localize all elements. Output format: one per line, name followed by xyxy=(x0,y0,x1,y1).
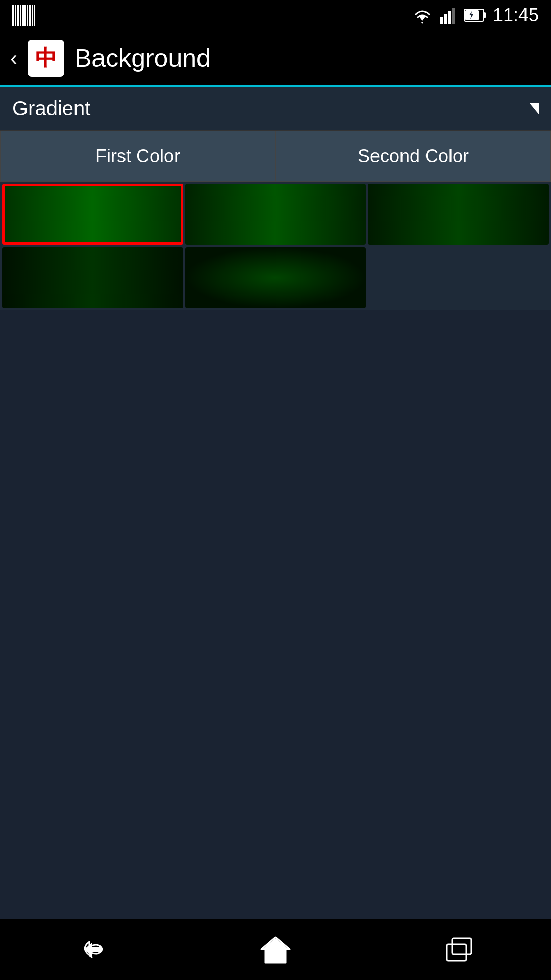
nav-home-button[interactable] xyxy=(255,934,296,965)
svg-rect-9 xyxy=(440,17,443,24)
dropdown-arrow-icon xyxy=(530,103,539,114)
swatch-1[interactable] xyxy=(2,184,183,245)
recents-nav-icon xyxy=(444,936,474,963)
barcode-icon xyxy=(12,5,35,26)
svg-rect-12 xyxy=(452,8,455,24)
svg-rect-10 xyxy=(444,14,447,24)
swatch-2[interactable] xyxy=(185,184,366,245)
gradient-label: Gradient xyxy=(12,97,90,120)
page-title: Background xyxy=(74,43,211,73)
svg-rect-0 xyxy=(12,5,14,26)
svg-rect-16 xyxy=(452,938,471,954)
gradient-selector[interactable]: Gradient xyxy=(0,87,551,131)
svg-rect-4 xyxy=(22,5,26,26)
svg-rect-11 xyxy=(448,11,451,24)
svg-rect-7 xyxy=(32,5,33,26)
tab-buttons: First Color Second Color xyxy=(0,131,551,182)
nav-bar xyxy=(0,919,551,980)
status-bar-right: 11:45 xyxy=(411,5,539,26)
main-content: Gradient First Color Second Color xyxy=(0,87,551,310)
svg-rect-3 xyxy=(20,5,21,26)
second-color-tab[interactable]: Second Color xyxy=(276,131,551,182)
status-bar: 11:45 xyxy=(0,0,551,31)
back-nav-icon xyxy=(74,937,110,962)
swatch-3[interactable] xyxy=(368,184,549,245)
back-button[interactable]: ‹ xyxy=(10,46,17,70)
svg-rect-17 xyxy=(447,944,466,961)
svg-rect-6 xyxy=(29,5,31,26)
first-color-tab[interactable]: First Color xyxy=(0,131,276,182)
nav-back-button[interactable] xyxy=(71,934,112,965)
nav-recents-button[interactable] xyxy=(439,934,480,965)
status-time: 11:45 xyxy=(493,5,539,26)
swatches-row-2 xyxy=(0,247,551,310)
swatch-4[interactable] xyxy=(2,247,183,308)
action-bar: ‹ 中 Background xyxy=(0,31,551,87)
swatches-row-1 xyxy=(0,182,551,247)
signal-icon xyxy=(440,7,458,24)
svg-rect-5 xyxy=(27,5,28,26)
battery-icon xyxy=(464,8,487,22)
svg-rect-14 xyxy=(484,12,486,18)
wifi-icon xyxy=(411,7,434,24)
swatch-6 xyxy=(368,247,549,308)
swatch-5[interactable] xyxy=(185,247,366,308)
svg-rect-8 xyxy=(34,5,35,26)
svg-rect-1 xyxy=(15,5,16,26)
home-nav-icon xyxy=(260,935,291,964)
status-bar-left xyxy=(12,5,35,26)
svg-rect-2 xyxy=(17,5,19,26)
app-icon: 中 xyxy=(28,40,64,77)
